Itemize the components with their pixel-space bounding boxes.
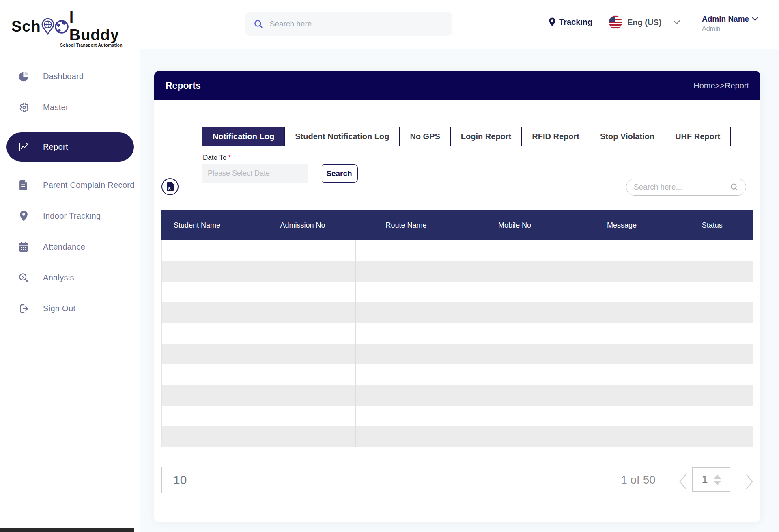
table-cell <box>671 323 753 344</box>
date-to-label: Date To* <box>203 154 231 162</box>
table-cell <box>162 385 250 406</box>
user-role: Admin <box>702 25 758 32</box>
excel-file-icon: x <box>167 182 174 191</box>
previous-page-button[interactable] <box>677 474 689 490</box>
tab-stop-violation[interactable]: Stop Violation <box>590 127 665 146</box>
table-cell <box>250 323 355 344</box>
table-row <box>162 323 753 344</box>
table-cell <box>356 240 457 261</box>
table-row <box>162 364 753 385</box>
column-header-mobile-no: Mobile No <box>457 210 572 240</box>
analysis-icon <box>18 272 29 283</box>
spinner-up-icon[interactable] <box>714 474 721 479</box>
pin-globe-icon <box>41 17 54 35</box>
table-cell <box>162 261 250 282</box>
table-row <box>162 385 753 406</box>
table-cell <box>250 364 355 385</box>
sidebar-item-analysis[interactable]: Analysis <box>0 266 140 289</box>
table-cell <box>671 385 753 406</box>
sidebar-item-indoor-tracking[interactable]: Indoor Tracking <box>0 205 140 227</box>
tab-student-notification-log[interactable]: Student Notification Log <box>284 127 400 146</box>
table-cell <box>572 323 671 344</box>
sidebar-item-label: Analysis <box>43 273 74 282</box>
global-search <box>245 12 452 36</box>
table-cell <box>671 240 753 261</box>
table-cell <box>457 344 572 364</box>
sidebar-item-label: Indoor Tracking <box>43 211 101 221</box>
tab-notification-log[interactable]: Notification Log <box>202 127 285 146</box>
sidebar-item-label: Attendance <box>43 242 85 252</box>
sidebar-item-dashboard[interactable]: Dashboard <box>0 65 140 88</box>
app-screen: Sch l Buddy School Transpo <box>0 0 779 532</box>
search-button[interactable]: Search <box>321 164 358 183</box>
document-icon <box>18 180 29 191</box>
column-header-status: Status <box>671 210 753 240</box>
chevron-down-icon <box>674 20 680 24</box>
table-cell <box>356 323 457 344</box>
search-icon <box>730 182 738 192</box>
table-body <box>161 240 753 447</box>
spinner-down-icon[interactable] <box>714 481 721 485</box>
page-range-label: 1 of 50 <box>604 474 673 487</box>
language-label: Eng (US) <box>627 18 661 27</box>
table-cell <box>356 261 457 282</box>
table-row <box>162 344 753 364</box>
language-selector[interactable]: Eng (US) <box>609 15 680 29</box>
tab-login-report[interactable]: Login Report <box>450 127 522 146</box>
table-cell <box>250 240 355 261</box>
column-header-route-name: Route Name <box>355 210 457 240</box>
next-page-button[interactable] <box>743 474 755 490</box>
table-cell <box>356 344 457 364</box>
page-size-input[interactable] <box>161 467 209 493</box>
tab-uhf-report[interactable]: UHF Report <box>665 127 731 146</box>
date-to-input[interactable] <box>202 164 308 183</box>
column-header-message: Message <box>572 210 671 240</box>
table-row <box>162 406 753 426</box>
horizontal-scrollbar[interactable] <box>0 528 134 532</box>
brand-tagline: School Transport Automation <box>11 43 125 47</box>
table-cell <box>572 406 671 426</box>
table-row <box>162 282 753 302</box>
tab-no-gps[interactable]: No GPS <box>399 127 450 146</box>
page-number-stepper[interactable]: 1 <box>692 467 730 492</box>
table-cell <box>162 344 250 364</box>
globe-icon <box>54 19 69 34</box>
logo-globes <box>41 17 69 35</box>
sidebar-item-sign-out[interactable]: Sign Out <box>0 297 140 320</box>
report-tabs: Notification Log Student Notification Lo… <box>202 127 731 146</box>
table-cell <box>671 282 753 302</box>
sidebar-list: Dashboard Master <box>0 49 140 328</box>
table-cell <box>356 282 457 302</box>
sign-out-icon <box>18 303 29 314</box>
sidebar-item-label: Master <box>43 103 69 112</box>
table-cell <box>457 282 572 302</box>
tracking-link[interactable]: Tracking <box>549 17 592 27</box>
table-cell <box>356 426 457 447</box>
table-cell <box>250 282 355 302</box>
brand-logo[interactable]: Sch l Buddy School Transpo <box>11 9 125 47</box>
page-spinner[interactable] <box>714 474 721 485</box>
sidebar-item-parent-complain-record[interactable]: Parent Complain Record <box>0 174 140 196</box>
sidebar-item-attendance[interactable]: Attendance <box>0 235 140 258</box>
table-cell <box>250 302 355 323</box>
table-row <box>162 426 753 447</box>
table-cell <box>250 406 355 426</box>
table-search <box>626 179 746 196</box>
global-search-input[interactable] <box>270 19 444 28</box>
table-cell <box>356 364 457 385</box>
table-cell <box>572 385 671 406</box>
table-row <box>162 302 753 323</box>
sidebar-item-master[interactable]: Master <box>0 96 140 118</box>
table-search-input[interactable] <box>634 183 726 192</box>
sidebar-item-report[interactable]: Report <box>6 132 134 162</box>
export-excel-button[interactable]: x <box>161 178 179 195</box>
user-menu[interactable]: Admin Name Admin <box>702 15 758 32</box>
gear-icon <box>18 102 29 113</box>
table-cell <box>457 406 572 426</box>
sidebar-item-label: Report <box>43 142 68 152</box>
table-row <box>162 261 753 282</box>
date-to-label-text: Date To <box>203 154 226 162</box>
sidebar-item-label: Parent Complain Record <box>43 181 135 190</box>
table-cell <box>572 302 671 323</box>
tab-rfid-report[interactable]: RFID Report <box>521 127 590 146</box>
